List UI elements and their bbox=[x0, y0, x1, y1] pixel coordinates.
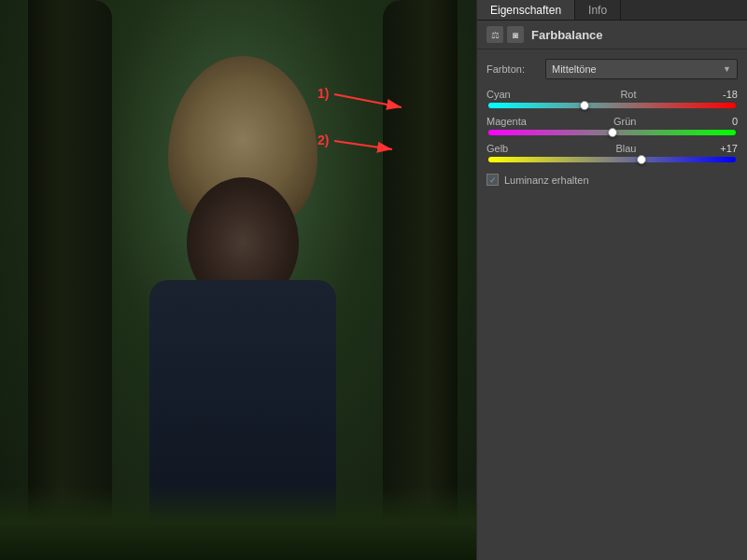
slider-cyan-rot: Cyan Rot -18 bbox=[486, 89, 738, 108]
tab-bar: Eigenschaften Info bbox=[477, 0, 747, 21]
camera-icon[interactable]: ◙ bbox=[507, 26, 524, 43]
rot-label: Rot bbox=[609, 89, 637, 100]
balance-icon[interactable]: ⚖ bbox=[486, 26, 503, 43]
magenta-gruen-track[interactable] bbox=[488, 130, 736, 135]
tab-eigenschaften[interactable]: Eigenschaften bbox=[477, 0, 575, 20]
blau-label: Blau bbox=[609, 143, 637, 154]
gelb-label: Gelb bbox=[486, 143, 533, 154]
photo-area: 1) 2) bbox=[0, 0, 476, 560]
farbton-row: Farbton: Mitteltöne ▼ bbox=[486, 59, 738, 79]
select-arrow-icon: ▼ bbox=[723, 64, 731, 74]
slider-magenta-gruen: Magenta Grün 0 bbox=[486, 116, 738, 135]
farbton-select[interactable]: Mitteltöne ▼ bbox=[545, 59, 738, 79]
gruen-label: Grün bbox=[609, 116, 637, 127]
cyan-label: Cyan bbox=[486, 89, 533, 100]
header-icons: ⚖ ◙ bbox=[486, 26, 524, 43]
luminanz-row: ✓ Luminanz erhalten bbox=[486, 174, 738, 186]
luminanz-label: Luminanz erhalten bbox=[504, 175, 589, 186]
tree-left bbox=[28, 0, 112, 560]
gelb-blau-value: +17 bbox=[712, 143, 738, 154]
cyan-rot-track[interactable] bbox=[488, 103, 736, 108]
ground bbox=[0, 485, 476, 560]
cyan-rot-thumb[interactable] bbox=[580, 101, 589, 110]
slider-gelb-blau: Gelb Blau +17 bbox=[486, 143, 738, 162]
panel-header: ⚖ ◙ Farbbalance bbox=[477, 21, 747, 49]
gelb-blau-track[interactable] bbox=[488, 157, 736, 162]
magenta-label: Magenta bbox=[486, 116, 533, 127]
right-panel: Eigenschaften Info ⚖ ◙ Farbbalance Farbt… bbox=[476, 0, 747, 560]
magenta-gruen-value: 0 bbox=[712, 116, 738, 127]
magenta-gruen-thumb[interactable] bbox=[608, 128, 617, 137]
tree-right bbox=[383, 0, 458, 560]
gelb-blau-thumb[interactable] bbox=[637, 155, 646, 164]
luminanz-checkbox[interactable]: ✓ bbox=[486, 174, 499, 186]
figure bbox=[112, 56, 374, 541]
tab-info[interactable]: Info bbox=[575, 0, 621, 20]
cyan-rot-value: -18 bbox=[712, 89, 738, 100]
panel-content: Farbton: Mitteltöne ▼ Cyan Rot -18 Magen… bbox=[477, 49, 747, 195]
panel-title: Farbbalance bbox=[531, 28, 603, 42]
farbton-label: Farbton: bbox=[486, 63, 538, 75]
